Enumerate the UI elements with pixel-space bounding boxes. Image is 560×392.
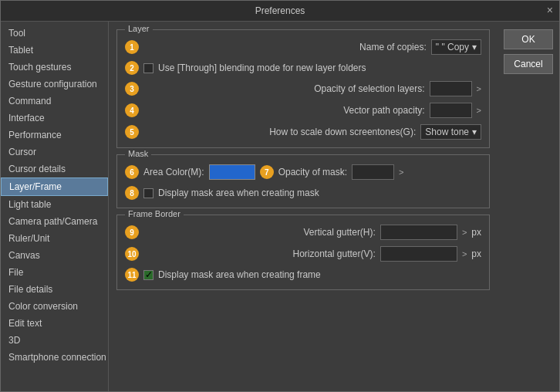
mask-section-title: Mask — [125, 149, 151, 158]
main-content: Layer 1 Name of copies: " " Copy ▾ 2 — [109, 22, 498, 391]
opacity-mask-chevron[interactable]: > — [399, 167, 403, 177]
mask-section: Mask 6 Area Color(M): 7 Opacity of mask:… — [116, 154, 490, 208]
layer-row-3: 3 Opacity of selection layers: 50 > — [125, 81, 481, 96]
opacity-mask-label: Opacity of mask: — [278, 167, 347, 177]
opacity-selection-chevron[interactable]: > — [477, 84, 481, 93]
through-blend-label: Use [Through] blending mode for new laye… — [158, 63, 366, 73]
display-mask-checkbox[interactable] — [143, 188, 153, 198]
sidebar-item-interface[interactable]: Interface — [1, 110, 108, 127]
sidebar-item-3d[interactable]: 3D — [1, 332, 108, 349]
sidebar-item-cursor-details[interactable]: Cursor details — [1, 161, 108, 177]
screentones-chevron: ▾ — [472, 127, 477, 137]
layer-row-5: 5 How to scale down screentones(G): Show… — [125, 124, 481, 140]
ok-button[interactable]: OK — [504, 29, 553, 49]
frame-row-9: 9 Vertical gutter(H): 60.00 > px — [125, 225, 481, 240]
dialog-title: Preferences — [255, 5, 305, 16]
sidebar-item-cursor[interactable]: Cursor — [1, 144, 108, 161]
name-of-copies-chevron: ▾ — [472, 42, 477, 52]
vector-opacity-chevron[interactable]: > — [477, 106, 481, 115]
badge-8: 8 — [125, 186, 139, 200]
layer-row-1: 1 Name of copies: " " Copy ▾ — [125, 39, 481, 55]
frame-section-content: 9 Vertical gutter(H): 60.00 > px 10 Hori… — [117, 215, 489, 289]
vertical-gutter-input[interactable]: 60.00 — [380, 225, 457, 240]
sidebar-item-ruler-unit[interactable]: Ruler/Unit — [1, 230, 108, 247]
horizontal-gutter-unit: px — [471, 248, 481, 259]
dialog-body: ToolTabletTouch gesturesGesture configur… — [1, 22, 559, 391]
title-bar: Preferences × — [1, 1, 559, 22]
sidebar-item-light-table[interactable]: Light table — [1, 196, 108, 213]
sidebar-item-gesture-configuration[interactable]: Gesture configuration — [1, 76, 108, 93]
vertical-gutter-chevron[interactable]: > — [462, 228, 467, 237]
badge-7: 7 — [260, 165, 274, 179]
frame-row-10: 10 Horizontal gutter(V): 120.00 > px — [125, 246, 481, 262]
vertical-gutter-unit: px — [471, 227, 481, 238]
vector-opacity-label: Vector path opacity: — [143, 105, 425, 116]
horizontal-gutter-chevron[interactable]: > — [462, 249, 467, 259]
sidebar-item-canvas[interactable]: Canvas — [1, 247, 108, 264]
horizontal-gutter-input[interactable]: 120.00 — [380, 246, 457, 262]
sidebar-item-tablet[interactable]: Tablet — [1, 42, 108, 59]
frame-section: Frame Border 9 Vertical gutter(H): 60.00… — [116, 215, 490, 290]
name-of-copies-dropdown[interactable]: " " Copy ▾ — [431, 39, 481, 55]
vertical-gutter-label: Vertical gutter(H): — [143, 227, 376, 238]
sidebar-item-touch-gestures[interactable]: Touch gestures — [1, 59, 108, 76]
display-mask-label: Display mask area when creating mask — [158, 188, 319, 198]
sidebar-item-smartphone-connection[interactable]: Smartphone connection — [1, 349, 108, 366]
screentones-dropdown[interactable]: Show tone ▾ — [420, 124, 481, 140]
mask-section-content: 6 Area Color(M): 7 Opacity of mask: 30 >… — [117, 155, 489, 208]
layer-section-content: 1 Name of copies: " " Copy ▾ 2 Use [Thro… — [117, 30, 489, 147]
area-color-label: Area Color(M): — [143, 167, 204, 177]
horizontal-gutter-label: Horizontal gutter(V): — [143, 248, 376, 259]
layer-row-4: 4 Vector path opacity: 70 > — [125, 103, 481, 118]
frame-row-11: 11 ✓ Display mask area when creating fra… — [125, 268, 481, 282]
name-of-copies-label: Name of copies: — [143, 42, 427, 52]
opacity-mask-input[interactable]: 30 — [352, 164, 394, 180]
badge-2: 2 — [125, 61, 139, 75]
sidebar-item-edit-text[interactable]: Edit text — [1, 315, 108, 332]
sidebar-item-color-conversion[interactable]: Color conversion — [1, 298, 108, 315]
name-of-copies-value: " " Copy — [436, 42, 469, 52]
badge-6: 6 — [125, 165, 139, 179]
vector-opacity-input[interactable]: 70 — [430, 103, 472, 118]
area-color-swatch[interactable] — [209, 164, 255, 180]
buttons-panel: OK Cancel — [498, 22, 559, 391]
badge-1: 1 — [125, 40, 139, 54]
mask-row-8: 8 Display mask area when creating mask — [125, 186, 481, 200]
badge-11: 11 — [125, 268, 139, 282]
mask-row-6-7: 6 Area Color(M): 7 Opacity of mask: 30 > — [125, 164, 481, 180]
opacity-selection-label: Opacity of selection layers: — [143, 83, 425, 94]
sidebar-item-layer-frame[interactable]: Layer/Frame — [1, 177, 108, 196]
screentones-label: How to scale down screentones(G): — [143, 127, 416, 137]
layer-section-title: Layer — [125, 24, 153, 33]
opacity-selection-input[interactable]: 50 — [430, 81, 472, 96]
badge-9: 9 — [125, 225, 139, 239]
display-frame-label: Display mask area when creating frame — [158, 269, 321, 280]
cancel-button[interactable]: Cancel — [504, 54, 553, 74]
badge-5: 5 — [125, 125, 139, 139]
sidebar-item-file-details[interactable]: File details — [1, 281, 108, 298]
through-blend-checkbox[interactable] — [143, 63, 153, 73]
sidebar-item-file[interactable]: File — [1, 264, 108, 281]
sidebar-item-command[interactable]: Command — [1, 93, 108, 110]
layer-section: Layer 1 Name of copies: " " Copy ▾ 2 — [116, 29, 490, 148]
badge-10: 10 — [125, 247, 139, 261]
close-button[interactable]: × — [547, 4, 553, 16]
layer-row-2: 2 Use [Through] blending mode for new la… — [125, 61, 481, 75]
screentones-value: Show tone — [425, 127, 469, 137]
badge-3: 3 — [125, 82, 139, 96]
sidebar-item-tool[interactable]: Tool — [1, 25, 108, 42]
frame-section-title: Frame Border — [125, 209, 184, 218]
sidebar: ToolTabletTouch gesturesGesture configur… — [1, 22, 109, 391]
sidebar-item-performance[interactable]: Performance — [1, 127, 108, 144]
sidebar-item-camera-path-camera[interactable]: Camera path/Camera — [1, 213, 108, 230]
display-frame-checkbox[interactable]: ✓ — [143, 270, 153, 280]
preferences-dialog: Preferences × ToolTabletTouch gesturesGe… — [0, 0, 560, 392]
badge-4: 4 — [125, 103, 139, 117]
